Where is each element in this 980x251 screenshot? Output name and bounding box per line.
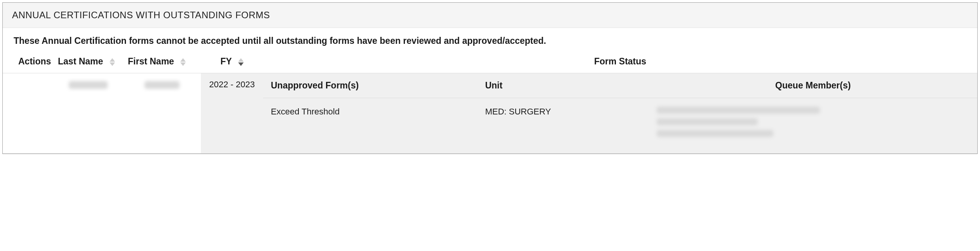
inner-forms-table: Unapproved Form(s) Unit Queue Member(s) … <box>263 73 977 153</box>
redacted-text: [redacted] <box>657 107 820 114</box>
cell-fy: 2022 - 2023 <box>201 73 263 96</box>
outstanding-forms-panel: ANNUAL CERTIFICATIONS WITH OUTSTANDING F… <box>2 2 978 154</box>
cell-queue-members: [redacted] <box>649 98 978 154</box>
sort-icon[interactable] <box>180 58 186 66</box>
col-header-first-name[interactable]: First Name <box>123 53 201 73</box>
col-header-fy-label: FY <box>220 56 232 66</box>
col-header-last-name[interactable]: Last Name <box>53 53 123 73</box>
redacted-text <box>657 130 773 137</box>
table-header-row: Actions Last Name First Name <box>3 53 977 73</box>
col-header-fy[interactable]: FY <box>201 53 263 73</box>
inner-header-row: Unapproved Form(s) Unit Queue Member(s) <box>263 73 977 98</box>
sort-icon[interactable] <box>110 58 115 66</box>
cell-first-name: [redacted] <box>123 73 201 96</box>
col-header-form-status: Form Status <box>263 53 977 73</box>
table-row: [redacted] [redacted] 2022 - 2023 Unappr… <box>3 73 977 154</box>
panel-body: These Annual Certification forms cannot … <box>3 28 977 154</box>
sort-icon[interactable] <box>238 58 244 66</box>
inner-table-row: Exceed Threshold MED: SURGERY [redacted] <box>263 98 977 154</box>
col-header-first-name-label: First Name <box>128 56 174 66</box>
redacted-text <box>657 118 758 125</box>
redacted-text: [redacted] <box>145 81 180 89</box>
inner-col-queue: Queue Member(s) <box>649 73 978 98</box>
notice-text: These Annual Certification forms cannot … <box>3 28 977 53</box>
cell-unapproved-form: Exceed Threshold <box>263 98 477 154</box>
cell-unit: MED: SURGERY <box>477 98 649 154</box>
panel-title: ANNUAL CERTIFICATIONS WITH OUTSTANDING F… <box>3 3 977 28</box>
col-header-actions: Actions <box>3 53 53 73</box>
inner-col-unit: Unit <box>477 73 649 98</box>
cell-last-name: [redacted] <box>53 73 123 96</box>
certifications-table: Actions Last Name First Name <box>3 53 977 154</box>
cell-form-status: Unapproved Form(s) Unit Queue Member(s) … <box>263 73 977 153</box>
cell-actions <box>3 73 53 86</box>
redacted-text: [redacted] <box>69 81 108 89</box>
inner-col-unapproved: Unapproved Form(s) <box>263 73 477 98</box>
col-header-last-name-label: Last Name <box>58 56 103 66</box>
